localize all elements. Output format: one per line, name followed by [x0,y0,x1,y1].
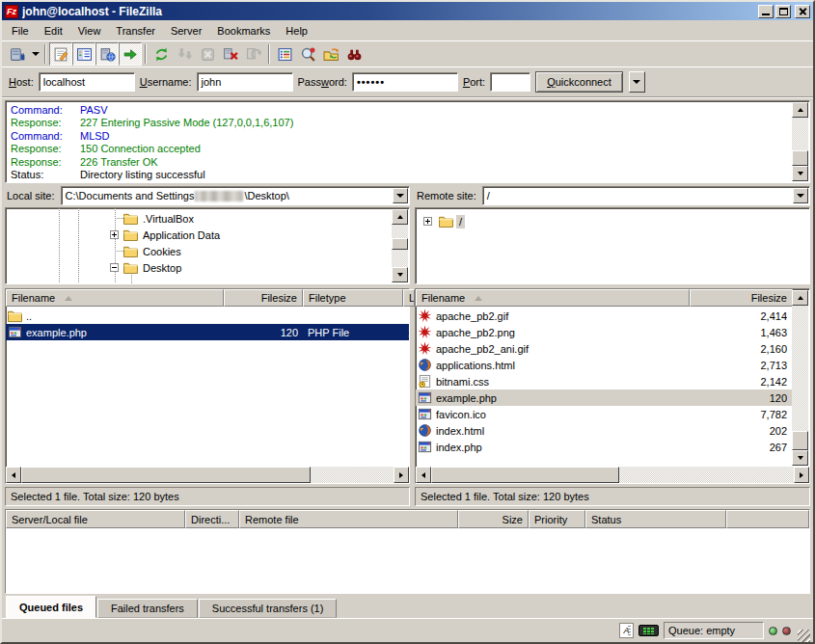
scroll-down-button[interactable] [792,166,808,181]
tab-queued-files[interactable]: Queued files [6,596,96,618]
quickconnect-dropdown[interactable] [629,71,645,93]
data-type-ascii-icon[interactable]: A [619,623,634,638]
queue-column-priority[interactable]: Priority [529,510,585,528]
site-manager-dropdown[interactable] [29,42,41,66]
file-row[interactable]: bitnami.css 2,142 [416,373,793,389]
maximize-button[interactable] [775,5,791,18]
queue-column-remote-file[interactable]: Remote file [239,510,458,528]
scroll-thumb[interactable] [431,467,619,483]
column-header-filesize[interactable]: Filesize [224,289,303,307]
close-button[interactable] [795,5,810,18]
find-files-button[interactable] [342,42,366,66]
scroll-thumb[interactable] [21,467,311,483]
tree-item[interactable]: .VirtualBox [6,210,409,227]
scroll-up-button[interactable] [792,102,808,118]
scroll-left-button[interactable] [6,467,21,483]
scroll-down-button[interactable] [792,450,808,466]
file-row-selected[interactable]: example.php 120 [416,389,793,406]
log-scrollbar[interactable] [792,102,808,181]
local-horizontal-scrollbar[interactable] [6,467,409,483]
scroll-thumb[interactable] [792,431,808,450]
quickconnect-button[interactable]: Quickconnect [535,71,623,93]
toggle-transfer-queue-button[interactable] [119,42,142,66]
port-input[interactable] [490,72,530,92]
tab-failed-transfers[interactable]: Failed transfers [97,599,198,618]
remote-site-combo-arrow[interactable] [793,188,808,203]
directory-comparison-button[interactable] [296,42,319,66]
remote-list-scrollbar[interactable] [792,290,808,466]
scroll-down-button[interactable] [392,267,408,282]
file-row[interactable]: .. [6,308,409,324]
directory-listing-filters-button[interactable] [273,42,296,66]
refresh-button[interactable] [149,42,173,66]
tree-item[interactable]: / [416,213,809,229]
tree-item[interactable]: Desktop [6,259,409,276]
queue-column-server-local-file[interactable]: Server/Local file [6,510,185,528]
local-site-combo[interactable]: C:\Documents and Settings\Desktop\ [61,186,410,205]
scroll-right-button[interactable] [394,467,409,483]
file-row[interactable]: favicon.ico 7,782 [416,406,793,422]
synchronized-browsing-button[interactable] [319,42,342,66]
tree-item[interactable]: Application Data [6,227,409,243]
tree-item[interactable]: Cookies [6,243,409,259]
scroll-right-button[interactable] [794,467,809,483]
queue-column-direction[interactable]: Directi... [185,510,239,528]
scroll-thumb[interactable] [792,150,808,166]
toggle-local-treeview-button[interactable] [72,42,95,66]
local-tree-scrollbar[interactable] [392,209,408,282]
local-file-list: Filename Filesize Filetype L .. example.… [5,288,410,484]
site-manager-button[interactable] [6,42,29,66]
toggle-message-log-button[interactable] [49,42,72,66]
file-row[interactable]: index.php 267 [416,439,793,455]
queue-column-size[interactable]: Size [458,510,529,528]
username-input[interactable]: john [197,72,293,92]
process-queue-button[interactable] [173,42,196,66]
file-row[interactable]: apache_pb2.gif 2,414 [416,308,793,324]
minimize-button[interactable] [758,5,774,18]
file-row[interactable]: index.html 202 [416,422,793,439]
column-header-filename[interactable]: Filename [6,289,224,307]
column-header-filetype[interactable]: Filetype [303,289,403,307]
local-status-text: Selected 1 file. Total size: 120 bytes [5,487,410,506]
remote-horizontal-scrollbar[interactable] [416,467,809,483]
resize-grip[interactable] [798,630,810,642]
column-header-filesize[interactable]: Filesize [690,289,793,307]
queue-list-area[interactable] [6,528,809,593]
scroll-left-button[interactable] [416,467,431,483]
scroll-up-button[interactable] [792,290,808,306]
cancel-operation-button[interactable] [196,42,219,66]
file-row[interactable]: apache_pb2_ani.gif 2,160 [416,340,793,357]
menu-help[interactable]: Help [278,22,315,40]
toggle-remote-treeview-button[interactable] [95,42,119,66]
speed-limits-icon[interactable] [638,625,659,636]
disconnect-button[interactable] [219,42,242,66]
local-site-combo-arrow[interactable] [393,188,408,203]
column-header-last-modified[interactable]: L [403,289,415,307]
expand-icon[interactable] [423,217,432,226]
menu-edit[interactable]: Edit [37,22,70,40]
password-input[interactable]: •••••• [352,72,458,92]
log-line: Status:Directory listing successful [11,169,788,181]
toolbar-separator [145,44,147,64]
send-indicator-led [782,627,791,635]
reconnect-button[interactable] [242,42,265,66]
remote-file-list: Filename Filesize apache_pb2.gif 2,414 a… [415,288,810,484]
title-bar[interactable]: Fz john@localhost - FileZilla [2,2,813,20]
queue-column-status[interactable]: Status [585,510,726,528]
scroll-thumb[interactable] [392,238,408,250]
file-row[interactable]: applications.html 2,713 [416,357,793,373]
expand-icon[interactable] [110,230,119,239]
collapse-icon[interactable] [110,263,119,272]
menu-bookmarks[interactable]: Bookmarks [209,22,278,40]
host-input[interactable]: localhost [39,72,135,92]
menu-server[interactable]: Server [163,22,209,40]
column-header-filename[interactable]: Filename [416,289,690,307]
menu-transfer[interactable]: Transfer [108,22,163,40]
menu-file[interactable]: File [4,22,37,40]
tab-successful-transfers[interactable]: Successful transfers (1) [199,599,338,618]
menu-view[interactable]: View [70,22,109,40]
file-row-selected[interactable]: example.php 120 PHP File 1 [6,324,409,340]
scroll-up-button[interactable] [392,209,408,225]
remote-site-combo[interactable]: / [482,186,810,205]
file-row[interactable]: apache_pb2.png 1,463 [416,324,793,340]
